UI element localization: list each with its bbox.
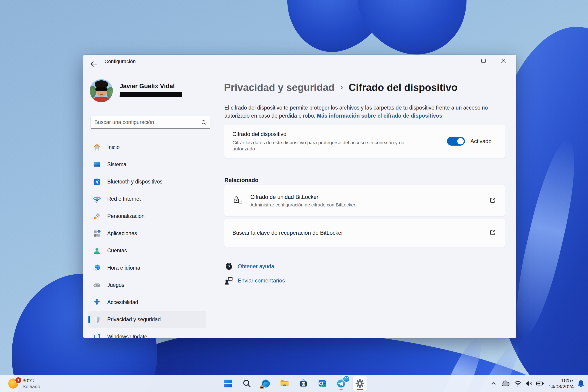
sidebar-item-windows-update[interactable]: Windows Update [88,328,206,338]
intro-text: El cifrado del dispositivo te permite pr… [224,104,498,120]
tray-chevron-button[interactable] [490,377,497,390]
notification-bell-icon [577,379,585,388]
sidebar-item-bluetooth[interactable]: Bluetooth y dispositivos [88,173,206,190]
avatar-background [106,87,113,98]
sidebar-item-cuentas[interactable]: Cuentas [88,242,206,259]
settings-gear-icon [355,379,365,388]
search-icon [201,120,207,126]
bitlocker-card[interactable]: Cifrado de unidad BitLocker Administrar … [224,185,505,216]
edge-button[interactable] [259,376,273,390]
recovery-key-title: Buscar la clave de recuperación de BitLo… [232,230,343,236]
running-app-indicator [340,389,343,390]
wifi-icon [514,380,522,387]
sidebar-item-sistema[interactable]: Sistema [88,156,206,173]
onedrive-tray-button[interactable] [501,377,510,390]
page-title: Cifrado del dispositivo [349,82,458,93]
sidebar-item-aplicaciones[interactable]: Aplicaciones [88,225,206,242]
battery-icon [536,380,544,387]
sidebar-item-red-internet[interactable]: Red e Internet [88,190,206,208]
send-feedback-row[interactable]: Enviar comentarios [224,276,285,286]
telegram-button[interactable]: 99 [334,376,348,390]
bitlocker-text: Cifrado de unidad BitLocker Administrar … [250,194,355,208]
maximize-icon [481,58,486,64]
settings-button[interactable] [353,376,367,390]
device-encryption-text: Cifrado del dispositivo Cifrar los datos… [232,131,416,152]
sidebar-item-privacidad-seguridad[interactable]: Privacidad y seguridad [88,311,206,328]
notification-count-badge: 1 [15,377,22,384]
search-input[interactable] [91,116,210,128]
back-button[interactable] [88,59,98,69]
minimize-icon [461,58,466,64]
recovery-key-card[interactable]: Buscar la clave de recuperación de BitLo… [224,218,505,247]
outlook-new-badge: NEW [322,385,326,387]
toggle-state-label: Activado [470,138,492,144]
sidebar-item-accesibilidad[interactable]: Accesibilidad [88,294,206,311]
battery-tray-button[interactable] [536,377,544,390]
weather-temperature: 30°C [22,378,40,384]
titlebar: Configuración [83,55,516,69]
sidebar-item-personalizacion[interactable]: Personalización [88,208,206,225]
window-title: Configuración [104,58,136,64]
breadcrumb: Privacidad y seguridad › Cifrado del dis… [224,82,458,93]
sidebar: Javier Gualix Vidal Inicio [83,69,211,338]
volume-muted-tray-button[interactable] [525,377,533,390]
gaming-gamepad-icon [92,281,101,290]
minimize-button[interactable] [456,55,471,66]
file-explorer-icon [280,379,290,388]
windows-update-icon [92,332,101,338]
active-app-indicator [357,389,363,390]
file-explorer-button[interactable] [278,376,292,390]
profile-name: Javier Gualix Vidal [120,83,175,90]
breadcrumb-parent[interactable]: Privacidad y seguridad [224,82,335,93]
microsoft-store-icon [298,379,308,388]
avatar-sunglasses [95,87,108,91]
weather-text: 30°C Soleado [22,378,40,389]
selected-indicator [88,316,90,323]
breadcrumb-separator: › [340,82,343,92]
main-content: Privacidad y seguridad › Cifrado del dis… [224,69,505,338]
taskbar-search-button[interactable] [240,376,254,390]
weather-widget[interactable]: 1 30°C Soleado [8,375,40,392]
personalization-brush-icon [92,212,101,221]
device-encryption-title: Cifrado del dispositivo [232,131,416,137]
close-icon [501,58,506,64]
wifi-tray-button[interactable] [514,377,522,390]
learn-more-link[interactable]: Más información sobre el cifrado de disp… [317,113,442,119]
notifications-button[interactable] [577,377,585,390]
home-icon [92,143,101,152]
clock[interactable]: 18:57 14/08/2024 [548,377,574,390]
get-help-row[interactable]: ? Obtener ayuda [224,261,274,272]
close-button[interactable] [496,55,511,66]
bitlocker-title: Cifrado de unidad BitLocker [250,194,355,200]
avatar-hair [95,80,108,88]
system-tray: 18:57 14/08/2024 [490,375,585,392]
start-button[interactable] [221,376,235,390]
windows-logo-icon [224,379,233,388]
chevron-up-icon [490,380,497,387]
outlook-button[interactable]: NEW [315,376,329,390]
settings-search [90,116,210,129]
telegram-unread-badge: 99 [343,376,350,382]
avatar-background [90,86,96,98]
device-encryption-description: Cifrar los datos de este dispositivo par… [232,140,416,152]
microsoft-store-button[interactable] [296,376,310,390]
network-wifi-icon [92,195,101,204]
search-icon [242,379,251,388]
taskbar-center: NEW 99 [221,376,367,390]
svg-text:?: ? [228,265,230,269]
time-language-icon [92,264,101,272]
avatar-mouth [100,94,103,94]
system-icon [92,160,101,169]
sidebar-item-juegos[interactable]: Juegos [88,276,206,294]
apps-icon [92,229,101,238]
accounts-icon [92,246,101,255]
sidebar-item-hora-idioma[interactable]: Hora e idioma [88,259,206,276]
bitlocker-subtitle: Administrar configuración de cifrado con… [250,202,355,208]
device-encryption-toggle[interactable] [447,137,465,146]
sidebar-nav: Inicio Sistema Bluetooth y dispositivos [88,139,206,338]
external-link-icon [489,229,496,237]
avatar[interactable] [90,79,113,102]
sidebar-item-inicio[interactable]: Inicio [88,139,206,156]
maximize-button[interactable] [476,55,491,66]
taskbar: 1 30°C Soleado [0,375,588,392]
